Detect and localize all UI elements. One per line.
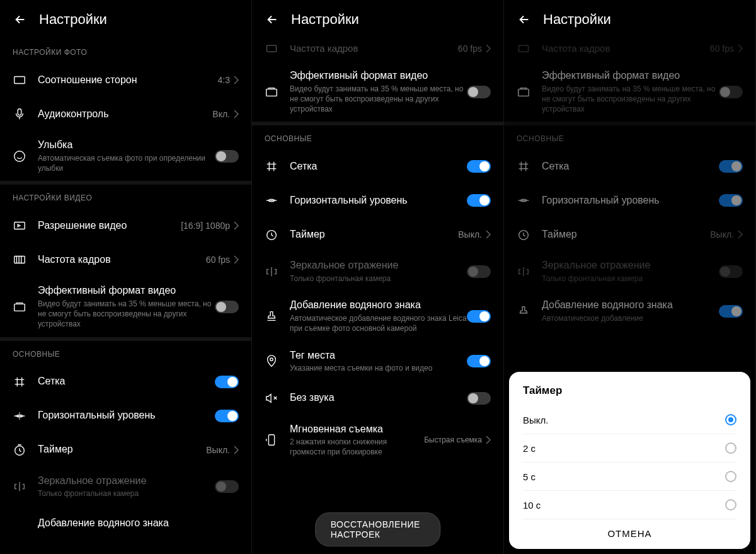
radio-option-off[interactable]: Выкл. [523,406,736,434]
watermark-icon [13,517,26,531]
smile-toggle[interactable] [215,150,239,163]
mirror-toggle [467,265,491,278]
chevron-right-icon [486,230,491,239]
row-smile[interactable]: Улыбка Автоматическая съемка фото при оп… [0,131,251,181]
mute-toggle[interactable] [467,392,491,405]
dialog-title: Таймер [523,384,736,397]
mute-icon [265,391,278,405]
radio-icon [725,471,736,482]
chevron-right-icon [234,446,239,454]
chevron-right-icon [486,436,491,444]
row-efficient-video[interactable]: Эффективный формат видео Видео будут зан… [0,277,251,337]
chevron-right-icon [234,110,239,118]
efficient-video-icon [265,85,278,99]
geo-toggle[interactable] [467,355,491,367]
efficient-video-icon [517,85,530,99]
mirror-icon [517,265,530,279]
level-toggle[interactable] [467,194,491,207]
svg-rect-8 [267,45,277,52]
svg-rect-13 [268,435,274,446]
row-video-resolution[interactable]: Разрешение видео [16:9] 1080p [0,209,251,243]
header: Настройки [0,0,251,39]
row-level[interactable]: Горизонтальный уровень [252,183,503,217]
timer-dialog: Таймер Выкл. 2 с 5 с 10 с ОТМЕНА [509,372,750,549]
svg-rect-5 [14,304,25,311]
phone-icon [265,433,278,447]
stamp-icon [265,309,278,323]
chevron-right-icon [234,221,239,230]
level-toggle[interactable] [215,410,239,422]
chevron-right-icon [738,230,743,239]
row-grid: Сетка [504,149,755,183]
svg-rect-9 [266,89,277,96]
radio-option-10s[interactable]: 10 с [523,491,736,519]
stamp-icon [517,304,530,318]
row-aspect-ratio[interactable]: Соотношение сторон 4:3 [0,63,251,97]
back-icon[interactable] [265,12,280,27]
mic-icon [13,107,26,121]
efficient-video-toggle [719,86,743,98]
svg-point-12 [270,358,273,361]
row-grid[interactable]: Сетка [0,365,251,399]
chevron-right-icon [234,76,239,84]
row-level[interactable]: Горизонтальный уровень [0,399,251,433]
radio-option-5s[interactable]: 5 с [523,463,736,491]
radio-option-2s[interactable]: 2 с [523,434,736,463]
timer-icon [517,228,530,241]
aspect-ratio-icon [13,73,26,87]
back-icon[interactable] [517,12,532,27]
level-icon [265,193,278,207]
page-title: Настройки [39,11,107,28]
section-general: ОСНОВНЫЕ [504,125,755,149]
level-icon [13,409,26,423]
page-title: Настройки [543,11,611,28]
svg-rect-15 [518,89,529,96]
section-video: НАСТРОЙКИ ВИДЕО [0,185,251,209]
efficient-video-toggle[interactable] [467,86,491,98]
grid-toggle[interactable] [215,376,239,388]
row-mirror: Зеркальное отражение Только фронтальная … [504,251,755,291]
grid-icon [265,159,278,173]
row-fps[interactable]: Частота кадров 60 fps [0,243,251,277]
row-mirror: Зеркальное отражение Только фронтальная … [252,251,503,291]
back-icon[interactable] [13,12,28,27]
header: Настройки [252,0,503,39]
row-timer[interactable]: Таймер Выкл. [252,217,503,251]
radio-icon [725,442,736,454]
page-title: Настройки [291,11,359,28]
fps-icon [265,42,278,55]
efficient-video-toggle[interactable] [215,301,239,313]
efficient-video-icon [13,300,26,314]
row-timer[interactable]: Таймер Выкл. [0,433,251,467]
mirror-icon [265,265,278,279]
row-fps-cut: Частота кадров 60 fps [504,39,755,62]
row-fps-cut[interactable]: Частота кадров 60 fps [252,39,503,62]
chevron-right-icon [486,44,491,53]
grid-icon [517,159,530,173]
row-watermark: Добавление водяного знака Автоматическое… [504,291,755,331]
row-quick-capture[interactable]: Мгновенная съемка 2 нажатия кнопки сниже… [252,415,503,465]
watermark-toggle[interactable] [467,310,491,323]
row-geo[interactable]: Тег места Указание места съемки на фото … [252,342,503,381]
smile-icon [13,149,26,163]
fps-icon [517,42,530,55]
row-level: Горизонтальный уровень [504,183,755,217]
svg-point-2 [14,151,25,161]
row-watermark[interactable]: Добавление водяного знака Автоматическое… [252,291,503,341]
mirror-toggle [215,480,239,493]
svg-rect-1 [18,109,21,115]
cancel-button[interactable]: ОТМЕНА [523,519,736,544]
row-mute[interactable]: Без звука [252,381,503,415]
header: Настройки [504,0,755,39]
row-watermark[interactable]: Добавление водяного знака [0,507,251,541]
row-audio-control[interactable]: Аудиоконтроль Вкл. [0,97,251,131]
chevron-right-icon [234,255,239,264]
settings-panel-2: Настройки Частота кадров 60 fps Эффектив… [252,0,504,554]
row-grid[interactable]: Сетка [252,149,503,183]
row-efficient-video[interactable]: Эффективный формат видео Видео будут зан… [252,62,503,122]
svg-rect-4 [14,257,25,263]
grid-toggle [719,160,743,173]
grid-icon [13,375,26,389]
grid-toggle[interactable] [467,160,491,173]
restore-settings-button[interactable]: ВОССТАНОВЛЕНИЕ НАСТРОЕК [315,512,441,546]
